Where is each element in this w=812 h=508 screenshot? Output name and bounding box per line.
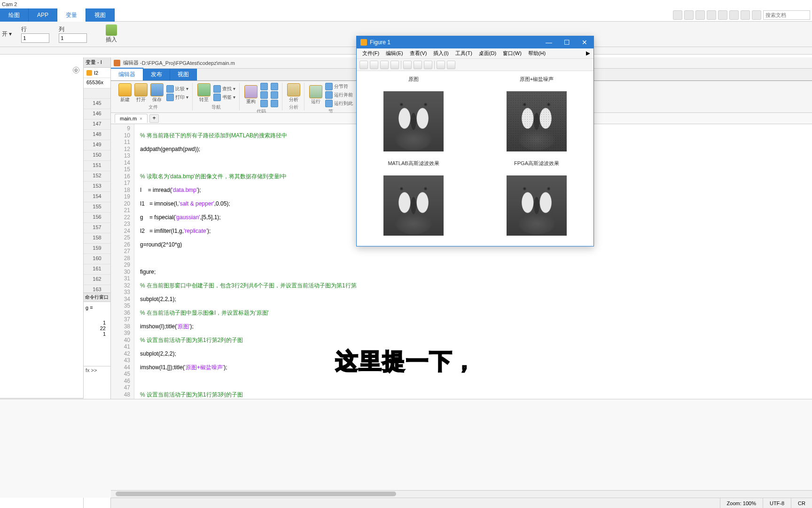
row-number[interactable]: 151 — [84, 161, 110, 171]
bookmark-icon[interactable] — [213, 94, 221, 101]
row-number[interactable]: 157 — [84, 223, 110, 233]
insert-label: 插入 — [106, 36, 117, 44]
row-number[interactable]: 146 — [84, 109, 110, 119]
insert-icon[interactable] — [106, 24, 117, 36]
analyze-icon[interactable] — [287, 83, 300, 96]
etab-view[interactable]: 视图 — [170, 69, 197, 80]
new-icon[interactable] — [118, 83, 132, 96]
ribbon-tab-app[interactable]: APP — [29, 8, 57, 22]
run-icon[interactable] — [309, 85, 322, 98]
tb-pointer-icon[interactable] — [437, 61, 445, 69]
figure-window[interactable]: Figure 1 — ☐ ✕ 文件(F) 编辑(E) 查看(V) 插入(I) 工… — [356, 36, 594, 246]
menu-insert[interactable]: 插入(I) — [430, 49, 451, 58]
add-tab-button[interactable]: + — [149, 114, 159, 123]
row-input[interactable] — [21, 33, 49, 43]
menu-edit[interactable]: 编辑(E) — [383, 49, 406, 58]
close-icon[interactable]: × — [140, 116, 142, 121]
row-number[interactable]: 147 — [84, 119, 110, 130]
section-icon[interactable] — [325, 83, 333, 90]
menu-tools[interactable]: 工具(T) — [453, 49, 475, 58]
help-icon[interactable] — [741, 10, 750, 20]
goto-icon[interactable] — [197, 83, 211, 96]
print-icon[interactable] — [166, 94, 174, 101]
ribbon-icon[interactable] — [729, 10, 739, 20]
minimize-button[interactable]: — — [540, 36, 558, 48]
tb-icon[interactable] — [447, 61, 455, 69]
row-number[interactable]: 148 — [84, 130, 110, 140]
code-icon[interactable] — [271, 100, 278, 107]
status-crlf[interactable]: CR — [791, 498, 812, 508]
tb-icon[interactable] — [414, 61, 422, 69]
tb-save-icon[interactable] — [380, 61, 389, 69]
row-number[interactable]: 155 — [84, 202, 110, 213]
etab-publish[interactable]: 发布 — [143, 69, 170, 80]
ribbon-tab-view[interactable]: 视图 — [86, 8, 115, 22]
cmd-val: 1 — [86, 320, 109, 325]
code-icon[interactable] — [260, 100, 268, 107]
row-number[interactable]: 161 — [84, 264, 110, 275]
tb-icon[interactable] — [403, 61, 412, 69]
compare-icon[interactable] — [166, 85, 174, 93]
status-zoom[interactable]: Zoom: 100% — [720, 498, 763, 508]
col-label: 列 — [59, 25, 87, 33]
row-number[interactable]: 158 — [84, 233, 110, 244]
var-name[interactable]: I2 — [94, 70, 98, 76]
fx-prompt[interactable]: fx >> — [84, 366, 111, 375]
subplot-image-noise — [507, 91, 567, 151]
etab-editor[interactable]: 编辑器 — [111, 68, 143, 80]
open-icon[interactable] — [134, 83, 148, 96]
find-icon[interactable] — [213, 85, 221, 93]
tb-open-icon[interactable] — [370, 61, 378, 69]
menu-view[interactable]: 查看(V) — [407, 49, 430, 58]
maximize-button[interactable]: ☐ — [558, 36, 576, 48]
row-number[interactable]: 149 — [84, 140, 110, 151]
subplot-image-fpga — [507, 175, 567, 236]
menu-window[interactable]: 窗口(W) — [500, 49, 524, 58]
status-bar: Zoom: 100% UTF-8 CR — [111, 498, 812, 508]
ribbon-icon[interactable] — [707, 10, 716, 20]
row-label: 行 — [21, 25, 49, 33]
row-number[interactable]: 160 — [84, 254, 110, 264]
save-icon[interactable] — [150, 83, 164, 96]
file-tab-main[interactable]: main.m × — [115, 114, 148, 123]
close-button[interactable]: ✕ — [576, 36, 593, 48]
tb-new-icon[interactable] — [359, 61, 368, 69]
row-number[interactable]: 159 — [84, 244, 110, 254]
row-number[interactable]: 145 — [84, 99, 110, 109]
row-number[interactable]: 154 — [84, 192, 110, 202]
code-icon[interactable] — [271, 83, 278, 90]
ribbon-icon[interactable] — [684, 10, 694, 20]
menu-help[interactable]: 帮助(H) — [525, 49, 548, 58]
menu-expand-icon[interactable]: ⯈ — [583, 50, 593, 57]
ribbon-icon[interactable] — [695, 10, 705, 20]
ribbon-tab-var[interactable]: 变量 — [57, 8, 86, 22]
row-number[interactable]: 153 — [84, 182, 110, 192]
h-scrollbar[interactable] — [111, 490, 812, 498]
subplot-image-original — [383, 91, 444, 151]
open-dropdown[interactable]: 开 ▾ — [2, 30, 12, 38]
ribbon-icon[interactable] — [673, 10, 682, 20]
ribbon-icon[interactable] — [718, 10, 727, 20]
col-input[interactable] — [59, 33, 87, 43]
runto-icon[interactable] — [325, 100, 333, 107]
row-number[interactable]: 162 — [84, 275, 110, 285]
row-number[interactable]: 156 — [84, 213, 110, 223]
row-number[interactable]: 152 — [84, 171, 110, 182]
search-input[interactable] — [763, 10, 810, 20]
ribbon-icon[interactable] — [752, 10, 761, 20]
tb-print-icon[interactable] — [390, 61, 399, 69]
code-icon[interactable] — [271, 91, 278, 99]
ribbon-tab-plot[interactable]: 绘图 — [0, 8, 29, 22]
dropdown-icon[interactable]: ⊙ — [73, 67, 79, 73]
status-encoding[interactable]: UTF-8 — [763, 498, 791, 508]
refactor-icon[interactable] — [244, 85, 258, 98]
tb-icon[interactable] — [424, 61, 432, 69]
row-number[interactable]: 150 — [84, 151, 110, 161]
menu-desktop[interactable]: 桌面(D) — [476, 49, 499, 58]
code-icon[interactable] — [260, 91, 268, 99]
figure-canvas: 原图 原图+椒盐噪声 MATLAB高斯滤波效果 FPGA高斯滤波效果 — [357, 71, 593, 247]
figure-titlebar[interactable]: Figure 1 — ☐ ✕ — [357, 36, 593, 48]
runadv-icon[interactable] — [325, 91, 333, 99]
code-icon[interactable] — [260, 83, 268, 90]
menu-file[interactable]: 文件(F) — [359, 49, 382, 58]
